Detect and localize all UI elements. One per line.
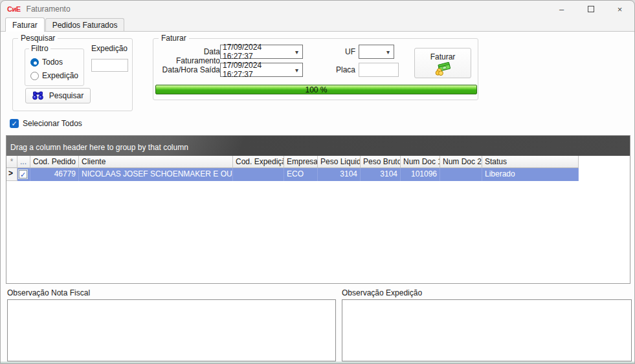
cell-peso-bruto[interactable]: 3104 [361, 168, 401, 181]
pesquisar-groupbox: Pesquisar Filtro Todos Expedição Expediç… [12, 38, 133, 111]
observacao-expedicao-textarea[interactable] [342, 299, 632, 361]
cell-peso-liquido[interactable]: 3104 [318, 168, 361, 181]
cell-status[interactable]: Liberado [482, 168, 579, 181]
expedicao-input[interactable] [91, 59, 128, 72]
minimize-button[interactable]: – [547, 1, 576, 17]
observacao-nota-fiscal-textarea[interactable] [7, 299, 336, 361]
radio-expedicao-icon [30, 72, 39, 80]
data-hora-saida-label: Data/Hora Saída [159, 65, 220, 74]
radio-expedicao-label: Expedição [42, 71, 78, 80]
money-icon [434, 62, 451, 76]
filtro-groupbox: Filtro Todos Expedição [25, 48, 84, 86]
grid-header-row: * ... Cod. Pedido Cliente Cod. Expedição… [6, 156, 630, 168]
checkbox-checked-icon: ✓ [10, 119, 19, 128]
faturar-groupbox: Faturar Data Faturamento 17/09/2024 16:2… [153, 38, 478, 100]
row-checkbox-checked-icon: ✓ [19, 170, 27, 178]
grid-group-panel[interactable]: Drag a column header here to group by th… [6, 136, 630, 156]
pesquisar-button-label: Pesquisar [49, 91, 84, 100]
filtro-group-title: Filtro [29, 44, 50, 53]
data-faturamento-label: Data Faturamento [159, 47, 220, 65]
data-hora-saida-value: 17/09/2024 16:27:37 [223, 61, 293, 79]
column-header-cod-expedicao[interactable]: Cod. Expedição [233, 156, 284, 168]
data-hora-saida-picker[interactable]: 17/09/2024 16:27:37 ▾ [220, 63, 303, 77]
cell-num-doc-2[interactable] [440, 168, 482, 181]
pedidos-grid: Drag a column header here to group by th… [6, 135, 630, 284]
row-indicator-icon: > [6, 168, 17, 181]
row-checkbox[interactable]: ✓ [17, 168, 30, 181]
column-header-num-doc-1[interactable]: Num Doc 1 [401, 156, 440, 168]
radio-expedicao[interactable]: Expedição [30, 71, 78, 80]
cell-num-doc-1[interactable]: 101096 [401, 168, 440, 181]
observacao-expedicao-label: Observação Expedição [342, 288, 422, 297]
title-bar: CᴎE Faturamento – × [1, 1, 634, 17]
column-header-peso-bruto[interactable]: Peso Bruto [361, 156, 401, 168]
maximize-icon [588, 6, 594, 12]
column-header-cliente[interactable]: Cliente [79, 156, 233, 168]
data-faturamento-value: 17/09/2024 16:27:37 [223, 43, 293, 61]
column-header-checkbox[interactable]: ... [17, 156, 30, 168]
faturamento-window: CᴎE Faturamento – × Faturar Pedidos Fatu… [0, 0, 635, 364]
uf-select[interactable]: ▾ [359, 45, 394, 59]
close-button[interactable]: × [605, 1, 634, 17]
column-header-cod-pedido[interactable]: Cod. Pedido [30, 156, 79, 168]
column-header-num-doc-2[interactable]: Num Doc 2 [440, 156, 482, 168]
uf-label: UF [315, 47, 355, 56]
cell-cod-expedicao[interactable] [233, 168, 284, 181]
chevron-down-icon: ▾ [384, 48, 392, 56]
expedicao-label: Expedição [91, 44, 128, 53]
tab-pedidos-faturados[interactable]: Pedidos Faturados [45, 18, 125, 32]
column-header-empresa[interactable]: Empresa [284, 156, 318, 168]
cell-cliente[interactable]: NICOLAAS JOSEF SCHOENMAKER E OUTROS [79, 168, 233, 181]
pesquisar-group-title: Pesquisar [18, 34, 58, 43]
window-title: Faturamento [27, 5, 71, 14]
tab-faturar[interactable]: Faturar [5, 17, 45, 32]
observacao-nota-fiscal-label: Observação Nota Fiscal [7, 288, 90, 297]
maximize-button[interactable] [576, 1, 605, 17]
pesquisar-button[interactable]: Pesquisar [25, 88, 91, 103]
placa-label: Placa [315, 65, 355, 74]
selecionar-todos-label: Selecionar Todos [23, 119, 82, 128]
tab-bar: Faturar Pedidos Faturados [1, 17, 634, 31]
faturar-button-label: Faturar [430, 52, 456, 61]
radio-todos[interactable]: Todos [30, 58, 63, 67]
tab-page-faturar: Pesquisar Filtro Todos Expedição Expediç… [1, 31, 634, 363]
column-header-peso-liquido[interactable]: Peso Liquido [318, 156, 361, 168]
selecionar-todos-checkbox[interactable]: ✓ Selecionar Todos [10, 119, 82, 128]
data-faturamento-picker[interactable]: 17/09/2024 16:27:37 ▾ [220, 45, 303, 59]
table-row[interactable]: > ✓ 46779 NICOLAAS JOSEF SCHOENMAKER E O… [6, 168, 630, 181]
progress-bar: 100 % [155, 85, 477, 94]
column-header-indicator[interactable]: * [6, 156, 17, 168]
window-bottom-edge [1, 361, 634, 363]
chevron-down-icon: ▾ [293, 67, 300, 74]
chevron-down-icon: ▾ [293, 48, 300, 56]
cell-empresa[interactable]: ECO [284, 168, 318, 181]
radio-todos-icon [30, 58, 39, 67]
column-header-status[interactable]: Status [482, 156, 579, 168]
app-logo-icon: CᴎE [7, 5, 21, 13]
radio-todos-label: Todos [42, 58, 63, 67]
progress-label: 100 % [305, 85, 327, 94]
cell-cod-pedido[interactable]: 46779 [30, 168, 79, 181]
binoculars-icon [32, 91, 43, 100]
faturar-button[interactable]: Faturar [414, 48, 471, 78]
close-icon: × [618, 5, 623, 14]
faturar-group-title: Faturar [159, 34, 189, 43]
placa-input[interactable] [359, 63, 399, 77]
minimize-icon: – [559, 5, 564, 14]
